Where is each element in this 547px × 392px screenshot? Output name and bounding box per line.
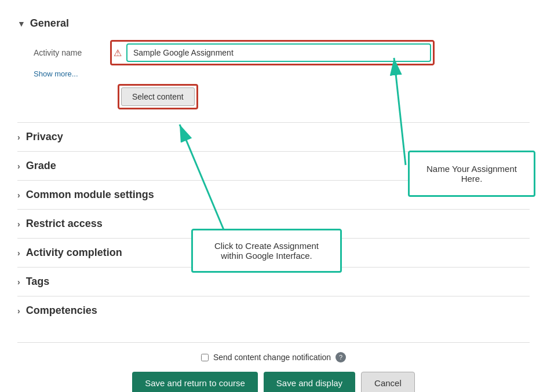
annotation-box-right: Name Your Assignment Here. — [408, 151, 535, 197]
select-content-section: Select content — [101, 84, 530, 114]
general-section-header: ▼ General — [17, 12, 530, 35]
restrict-access-chevron: › — [17, 219, 20, 229]
activity-name-row: Activity name ⚠ — [34, 40, 530, 65]
competencies-label: Competencies — [26, 305, 97, 317]
cancel-button[interactable]: Cancel — [361, 372, 415, 392]
general-title: General — [30, 17, 69, 30]
grade-chevron: › — [17, 162, 20, 171]
general-chevron: ▼ — [17, 19, 25, 28]
tags-label: Tags — [26, 276, 50, 288]
select-content-wrapper: Select content — [118, 84, 198, 109]
help-icon[interactable]: ? — [336, 352, 346, 362]
error-icon: ⚠ — [114, 47, 122, 58]
activity-name-field-wrapper: ⚠ — [110, 40, 435, 65]
competencies-chevron: › — [17, 306, 20, 316]
privacy-section: › Privacy — [17, 122, 530, 151]
privacy-label: Privacy — [26, 131, 63, 143]
common-module-chevron: › — [17, 190, 20, 200]
competencies-header[interactable]: › Competencies — [17, 302, 530, 319]
grade-label: Grade — [26, 160, 56, 172]
notification-checkbox[interactable] — [201, 354, 209, 361]
select-content-button[interactable]: Select content — [121, 87, 195, 106]
activity-completion-label: Activity completion — [26, 247, 122, 259]
page-container: ▼ General Activity name ⚠ Show more... S… — [0, 0, 547, 392]
activity-name-input[interactable] — [126, 43, 431, 62]
notification-row: Send content change notification ? — [17, 352, 530, 362]
privacy-header[interactable]: › Privacy — [17, 129, 530, 145]
notification-label: Send content change notification — [213, 353, 331, 362]
save-return-button[interactable]: Save and return to course — [132, 372, 258, 392]
competencies-section: › Competencies — [17, 296, 530, 325]
tags-header[interactable]: › Tags — [17, 273, 530, 290]
restrict-access-label: Restrict access — [26, 218, 103, 230]
common-module-label: Common module settings — [26, 189, 154, 201]
activity-completion-chevron: › — [17, 248, 20, 258]
annotation-box-center: Click to Create Assignment within Google… — [191, 229, 342, 273]
tags-chevron: › — [17, 277, 20, 287]
show-more-link[interactable]: Show more... — [34, 69, 78, 78]
save-display-button[interactable]: Save and display — [264, 372, 355, 392]
activity-name-label: Activity name — [34, 48, 103, 57]
privacy-chevron: › — [17, 133, 20, 142]
button-row: Save and return to course Save and displ… — [17, 372, 530, 392]
bottom-section: Send content change notification ? Save … — [17, 342, 530, 392]
